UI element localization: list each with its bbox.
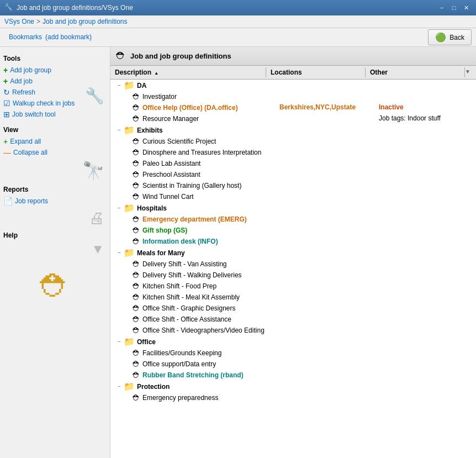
maximize-button[interactable]: □ bbox=[448, 2, 459, 13]
job-row-facilities[interactable]: ⛑Facilities/Grounds Keeping bbox=[110, 348, 476, 359]
job-row-emerg[interactable]: ⛑Emergency department (EMERG) bbox=[110, 214, 476, 225]
collapse-all-label: Collapse all bbox=[13, 149, 47, 156]
job-icon-food-prep: ⛑ bbox=[133, 282, 140, 291]
back-button[interactable]: 🟢 Back bbox=[428, 29, 472, 45]
job-icon-office-assist: ⛑ bbox=[133, 315, 140, 324]
group-row-office[interactable]: − 📁 Office bbox=[110, 336, 476, 348]
tools-section-title: Tools bbox=[3, 55, 107, 62]
add-bookmark-link[interactable]: (add bookmark) bbox=[45, 33, 92, 41]
col-loc-resource-manager bbox=[277, 114, 377, 123]
job-icon-office-help: ⛑ bbox=[133, 103, 140, 112]
job-label-curious: Curious Scientific Project bbox=[142, 138, 216, 145]
job-row-resource-manager[interactable]: ⛑ Resource Manager Job tags: Indoor stuf… bbox=[110, 113, 476, 124]
job-row-scientist[interactable]: ⛑Scientist in Training (Gallery host) bbox=[110, 180, 476, 191]
bookmarks-link[interactable]: Bookmarks bbox=[9, 33, 42, 41]
job-label-resource-manager: Resource Manager bbox=[142, 115, 199, 123]
job-row-giftshop[interactable]: ⛑Gift shop (GS) bbox=[110, 225, 476, 236]
col-other-header: Other bbox=[366, 67, 465, 77]
sidebar-item-add-job-group[interactable]: + Add job group bbox=[3, 65, 107, 76]
job-label-preschool: Preschool Assistant bbox=[142, 171, 200, 178]
job-icon-meal-kit: ⛑ bbox=[133, 293, 140, 302]
col-other-office-help: Inactive bbox=[377, 103, 476, 112]
nav-home[interactable]: VSys One bbox=[4, 18, 34, 25]
sidebar-item-add-job[interactable]: + Add job bbox=[3, 76, 107, 87]
tree-content: − 📁 DA bbox=[110, 80, 476, 403]
col-loc-exhibits bbox=[277, 125, 377, 135]
panel-header-title: Job and job group definitions bbox=[130, 52, 231, 60]
binoculars-deco-icon: 🔭 bbox=[82, 161, 104, 181]
toggle-exhibits[interactable]: − bbox=[115, 127, 124, 133]
col-loc-da bbox=[277, 80, 377, 91]
expand-all-label: Expand all bbox=[10, 138, 41, 145]
printer-deco-icon: 🖨 bbox=[89, 209, 104, 227]
job-row-office-help[interactable]: ⛑ Office Help (Office) (DA.office) Berks… bbox=[110, 102, 476, 113]
job-label-van: Delivery Shift - Van Assisting bbox=[142, 260, 227, 268]
job-row-walking[interactable]: ⛑Delivery Shift - Walking Deliveries bbox=[110, 270, 476, 281]
job-row-van[interactable]: ⛑Delivery Shift - Van Assisting bbox=[110, 259, 476, 270]
job-row-rubber-band[interactable]: ⛑Rubber Band Stretching (rband) bbox=[110, 370, 476, 381]
filter-icon[interactable]: ▼ bbox=[465, 69, 470, 75]
job-label-wind: Wind Tunnel Cart bbox=[142, 193, 194, 201]
tree-area[interactable]: − 📁 DA bbox=[110, 80, 476, 458]
job-label-emerg-prep: Emergency preparedness bbox=[142, 394, 218, 402]
job-row-office-support[interactable]: ⛑Office support/Data entry bbox=[110, 359, 476, 370]
group-icon-exhibits: 📁 bbox=[124, 125, 135, 135]
close-button[interactable]: ✕ bbox=[461, 2, 472, 13]
grid-icon: ⊞ bbox=[3, 110, 10, 119]
sidebar-item-expand-all[interactable]: + Expand all bbox=[3, 136, 107, 147]
group-row-exhibits[interactable]: − 📁 Exhibits bbox=[110, 124, 476, 136]
sidebar-item-collapse-all[interactable]: — Collapse all bbox=[3, 147, 107, 158]
job-label-food-prep: Kitchen Shift - Food Prep bbox=[142, 282, 216, 290]
job-label-office-help: Office Help (Office) (DA.office) bbox=[142, 104, 238, 112]
job-row-office-assist[interactable]: ⛑Office Shift - Office Assistance bbox=[110, 314, 476, 325]
report-icon: 📄 bbox=[3, 197, 13, 206]
job-row-food-prep[interactable]: ⛑Kitchen Shift - Food Prep bbox=[110, 281, 476, 292]
group-row-protection[interactable]: − 📁 Protection bbox=[110, 381, 476, 392]
group-row-meals[interactable]: − 📁 Meals for Many bbox=[110, 247, 476, 259]
sort-icon: ▲ bbox=[154, 71, 158, 76]
main-panel: ⛑ Job and job group definitions Descript… bbox=[110, 47, 476, 458]
job-switch-label: Job switch tool bbox=[12, 110, 56, 118]
job-row-investigator[interactable]: ⛑ Investigator bbox=[110, 91, 476, 102]
job-icon-video: ⛑ bbox=[133, 326, 140, 335]
job-label-office-assist: Office Shift - Office Assistance bbox=[142, 315, 231, 323]
job-icon-graphic: ⛑ bbox=[133, 304, 140, 313]
add-job-group-label: Add job group bbox=[10, 66, 51, 74]
toggle-hospitals[interactable]: − bbox=[115, 205, 124, 211]
group-meals: − 📁 Meals for Many ⛑Delivery Shift - Van… bbox=[110, 247, 476, 336]
job-icon-info-desk: ⛑ bbox=[133, 237, 140, 246]
view-section-title: View bbox=[3, 126, 107, 134]
job-icon-dino: ⛑ bbox=[133, 148, 140, 157]
job-row-preschool[interactable]: ⛑Preschool Assistant bbox=[110, 169, 476, 180]
job-row-graphic[interactable]: ⛑Office Shift - Graphic Designers bbox=[110, 303, 476, 314]
group-row-da[interactable]: − 📁 DA bbox=[110, 80, 476, 91]
back-icon: 🟢 bbox=[435, 32, 446, 43]
col-other-exhibits bbox=[377, 125, 476, 135]
toggle-meals[interactable]: − bbox=[115, 250, 124, 256]
job-row-meal-kit[interactable]: ⛑Kitchen Shift - Meal Kit Assembly bbox=[110, 292, 476, 303]
group-label-meals: Meals for Many bbox=[137, 249, 185, 257]
sidebar-item-refresh[interactable]: ↻ Refresh bbox=[3, 87, 107, 98]
job-icon-rubber-band: ⛑ bbox=[133, 371, 140, 380]
toggle-da[interactable]: − bbox=[115, 82, 124, 88]
job-row-wind[interactable]: ⛑Wind Tunnel Cart bbox=[110, 191, 476, 202]
title-bar-text: Job and job group definitions/VSys One bbox=[17, 4, 436, 12]
job-row-info-desk[interactable]: ⛑Information desk (INFO) bbox=[110, 236, 476, 247]
job-row-paleo[interactable]: ⛑Paleo Lab Assistant bbox=[110, 158, 476, 169]
toggle-protection[interactable]: − bbox=[115, 383, 124, 389]
job-reports-label: Job reports bbox=[15, 197, 48, 205]
job-row-dino[interactable]: ⛑Dinosphere and Treasures Interpretation bbox=[110, 147, 476, 158]
job-row-video[interactable]: ⛑Office Shift - Videographers/Video Edit… bbox=[110, 325, 476, 336]
scroll-header: ▼ bbox=[465, 67, 476, 77]
job-label-meal-kit: Kitchen Shift - Meal Kit Assembly bbox=[142, 293, 240, 301]
col-description-header: Description ▲ bbox=[110, 67, 266, 77]
minimize-button[interactable]: − bbox=[436, 2, 447, 13]
nav-current[interactable]: Job and job group definitions bbox=[43, 18, 127, 25]
toggle-office[interactable]: − bbox=[115, 339, 124, 345]
group-row-hospitals[interactable]: − 📁 Hospitals bbox=[110, 202, 476, 214]
job-row-emerg-prep[interactable]: ⛑Emergency preparedness bbox=[110, 392, 476, 403]
job-row-curious[interactable]: ⛑Curious Scientific Project bbox=[110, 136, 476, 147]
reports-section-title: Reports bbox=[3, 186, 107, 193]
sidebar-item-job-reports[interactable]: 📄 Job reports bbox=[3, 196, 107, 207]
job-icon-facilities: ⛑ bbox=[133, 349, 140, 357]
